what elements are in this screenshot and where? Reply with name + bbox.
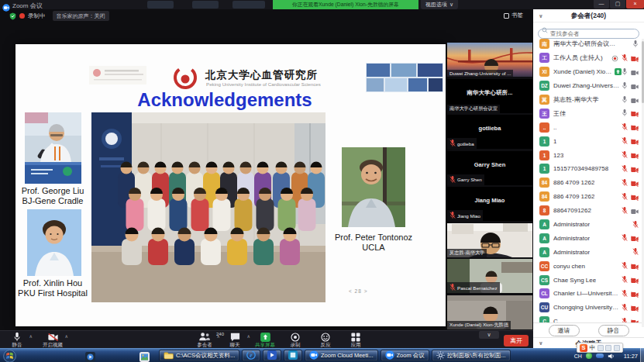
participant-row[interactable]: 莫莫志胜-南华大学 (533, 93, 644, 107)
show-desktop-button[interactable] (640, 348, 644, 362)
taskbar-button[interactable] (263, 350, 281, 361)
participant-row[interactable]: AAdministrator (533, 218, 644, 232)
apps-icon (351, 332, 360, 342)
folder-icon (164, 349, 174, 362)
participant-row[interactable]: 888647091262 (533, 204, 644, 218)
participant-row[interactable]: AAdministrator (533, 231, 644, 245)
video-tile[interactable]: Jiang MiaoJiang Miao (447, 187, 532, 221)
participant-row[interactable]: .... (533, 120, 644, 134)
view-options-dropdown[interactable]: 视图选项 ∨ (421, 0, 458, 9)
participant-name: Administrator (553, 221, 590, 228)
participant-status-icons (622, 93, 639, 107)
participant-name: 1515770349489758 (553, 165, 608, 172)
participant-row[interactable]: DZDuwei Zhang-University of Alb... (533, 79, 644, 93)
participant-row[interactable]: 南南华大学心研所会议室 (我) (533, 37, 644, 51)
camera-off-icon (631, 259, 639, 273)
mic-muted-icon (622, 120, 628, 134)
mic-on-icon (622, 93, 628, 107)
video-tile[interactable]: 南华大学心研所...南华大学心研所会议室 (447, 79, 532, 113)
video-tile[interactable]: Duwei Zhang-University of ... (447, 43, 532, 77)
cam-off-icon: ∧ (48, 332, 58, 342)
apps-button[interactable]: 应用 (345, 332, 367, 349)
taskbar-button-label: 控制面板\所有控制面... (447, 352, 506, 360)
taskbar-button[interactable]: 控制面板\所有控制面... (432, 350, 511, 361)
input-mode-chinese[interactable]: 中 (590, 344, 596, 352)
mic-muted-icon (622, 273, 628, 287)
participant-row[interactable]: CCconyu chen (533, 259, 644, 273)
mute-button[interactable]: ∧静音 (6, 332, 28, 349)
video-tile[interactable]: 莫志胜-南华大学 (447, 223, 532, 257)
recording-dot-icon[interactable] (19, 13, 25, 19)
taskbar-button[interactable] (284, 350, 302, 361)
collage-image (366, 63, 443, 95)
bookmark-button[interactable]: 书签 (504, 12, 523, 19)
participant-avatar: CC (539, 261, 549, 271)
taskbar-button[interactable]: C:\ACS会议相关资料... (159, 350, 239, 361)
participant-row[interactable]: 王王佳 (533, 106, 644, 120)
participant-row[interactable]: CUChongqing University Razi Ullah (533, 301, 644, 315)
mic-muted-icon (449, 139, 456, 148)
video-tile[interactable]: Garry ShenGarry Shen (447, 151, 532, 185)
taskbar-clock[interactable]: 11:27 (624, 353, 638, 360)
video-tile[interactable]: gotliebagotlieba (447, 115, 532, 149)
language-indicator[interactable]: CH (574, 353, 582, 359)
pinned-media-app-icon[interactable] (85, 351, 95, 362)
participants-button[interactable]: 240∧参会者 (194, 332, 215, 349)
participant-row[interactable]: 84886 4709 1262 (533, 190, 644, 204)
sogou-keyboard-icon[interactable] (614, 345, 620, 351)
taskbar-button[interactable]: Zoom 会议 (381, 350, 429, 361)
video-tile-name: Pascal Bernatchez (457, 285, 498, 291)
video-tile[interactable]: Xunde (Daniel) Xion-先胜德 (447, 295, 532, 329)
taskbar-button[interactable]: Zoom Cloud Meeti... (305, 350, 378, 361)
sogou-tool-icon[interactable] (598, 345, 604, 351)
participants-list: 南南华大学心研所会议室 (我)工工作人员 (主持人)XIXunde (Danie… (533, 37, 644, 322)
mic-muted-icon (449, 211, 456, 220)
participant-name: Chae Syng Lee (553, 277, 596, 284)
invite-button[interactable]: 邀请 (549, 325, 580, 336)
participant-row[interactable]: CLChanler Li—University of South... (533, 287, 644, 301)
participant-status-icons (622, 301, 639, 315)
record-button[interactable]: 录制 (284, 332, 306, 349)
participant-row[interactable]: 11515770349489758 (533, 162, 644, 176)
share-screen-button[interactable]: 共享屏幕 (254, 332, 276, 349)
close-button[interactable]: × (626, 0, 644, 9)
mute-all-button[interactable]: 静音 (598, 325, 629, 336)
sogou-wrench-icon[interactable] (605, 345, 611, 351)
camera-off-icon (631, 231, 639, 245)
participant-row[interactable]: CSChae Syng Lee (533, 273, 644, 287)
pinned-photos-app-icon[interactable] (139, 351, 150, 362)
sogou-logo-icon[interactable]: S (580, 344, 587, 352)
participant-row[interactable]: 工工作人员 (主持人) (533, 51, 644, 65)
participant-row[interactable]: 1123 (533, 148, 644, 162)
video-tile[interactable]: Pascal Bernatchez (447, 259, 532, 293)
chat-button[interactable]: ∧聊天 (224, 332, 246, 349)
app-media-icon (267, 349, 277, 362)
start-button[interactable] (3, 350, 16, 362)
sogou-input-bar[interactable]: S 中 (577, 343, 623, 353)
taskbar-button-label: Zoom Cloud Meeti... (321, 352, 374, 359)
caption-george-liu: Prof. George Liu BJ-Gene Cradle (11, 186, 95, 206)
mic-muted-icon (632, 218, 639, 232)
participant-avatar: 1 (539, 150, 549, 160)
participant-row[interactable]: 84886 4709 1262 (533, 176, 644, 190)
camera-on-icon (631, 93, 639, 107)
video-tile-name: gotlieba (457, 141, 474, 147)
taskbar-button[interactable]: e (242, 350, 260, 361)
collapse-panel-button[interactable]: ∨ (539, 9, 543, 22)
leave-button[interactable]: 离开 (504, 335, 529, 346)
participant-row[interactable]: AAdministrator (533, 245, 644, 259)
start-video-button[interactable]: ∧开启视频 (42, 332, 64, 349)
video-strip-scroll-down[interactable]: ∨ (479, 331, 499, 339)
record-icon (291, 332, 300, 342)
participant-row[interactable]: XIXunde (Daniel) Xion-先胜德 (533, 65, 644, 79)
tray-app-blue-icon[interactable] (596, 353, 604, 358)
participant-status-icons (632, 37, 639, 51)
tray-app-green-icon[interactable] (586, 353, 592, 359)
participant-row[interactable]: 11 (533, 134, 644, 148)
minimize-button[interactable]: — (594, 0, 609, 9)
reactions-button[interactable]: 反应 (315, 332, 336, 349)
maximize-button[interactable]: ▢ (610, 0, 625, 9)
original-sound-toggle[interactable]: 音乐家的原声：关闭 (53, 11, 109, 21)
participant-row[interactable]: CC... (533, 315, 644, 322)
participant-status-icons (622, 190, 639, 204)
